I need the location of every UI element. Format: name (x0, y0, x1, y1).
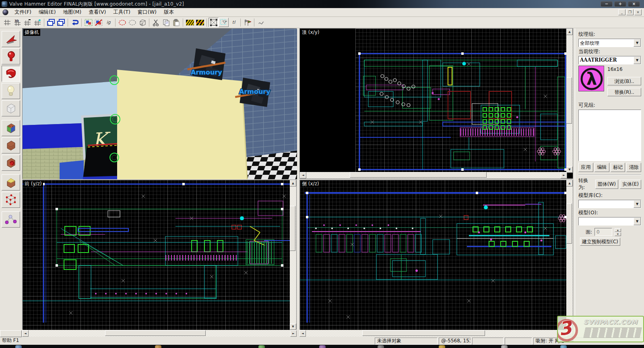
svg-text:L: L (48, 23, 50, 26)
toggle-3d-grid-button[interactable]: 3D (12, 18, 22, 27)
menu-item-map[interactable]: 地图(M) (60, 8, 85, 17)
convert-solid-button[interactable]: 固体(W) (595, 180, 618, 189)
smaller-grid-button[interactable] (22, 18, 32, 27)
spin-down-icon[interactable]: ▼ (615, 232, 621, 236)
paste-button[interactable] (171, 18, 181, 27)
block-tool[interactable] (2, 100, 20, 116)
camera-view-scene: K Armoury Armoury (23, 29, 297, 179)
toolbar-separator (81, 19, 82, 27)
ungroup-button[interactable] (93, 18, 103, 27)
menu-item-tools[interactable]: 工具(T) (109, 8, 134, 17)
menu-item-window[interactable]: 窗口(W) (134, 8, 160, 17)
vertical-scrollbar[interactable]: ▲▼ (566, 180, 573, 330)
maximize-button[interactable]: + (614, 1, 626, 7)
texture-group-label: 纹理组: (578, 31, 641, 38)
chevron-down-icon[interactable]: ▼ (634, 56, 641, 64)
close-button[interactable]: × (628, 1, 640, 7)
toolbar-separator (115, 19, 116, 27)
face-spinner[interactable]: 0 (594, 228, 612, 236)
minimize-button[interactable]: − (601, 1, 613, 7)
texture-application-tool[interactable] (2, 120, 20, 136)
hazard-stripes-icon (186, 20, 194, 25)
viewport-side[interactable]: 侧 (x/z) ▲▼ (299, 180, 573, 329)
mdi-restore-button[interactable]: ❐ (626, 9, 634, 15)
clipping-tool[interactable] (2, 174, 20, 191)
front-horizontal-scrollbar[interactable]: ◄► (22, 330, 297, 337)
select-mode-handles-button[interactable] (219, 18, 229, 27)
larger-grid-button[interactable] (32, 18, 42, 27)
select-through-button[interactable] (137, 18, 147, 27)
chevron-down-icon[interactable]: ▼ (634, 218, 641, 225)
ignore-groups-button[interactable]: ig (103, 18, 114, 27)
chevron-down-icon[interactable]: ▼ (634, 200, 641, 208)
texture-group-select[interactable]: 全部纹理 ▼ (578, 39, 641, 47)
viewport-3d[interactable]: K Armoury Armoury 摄像机 (22, 28, 297, 179)
horizontal-scrollbar[interactable]: ◄► (300, 172, 567, 178)
model-label: 模型(O): (578, 209, 641, 216)
entity-tool[interactable] (2, 83, 20, 99)
toolbar-separator (206, 19, 207, 27)
browse-button[interactable]: 浏览(B).. (607, 77, 641, 85)
viewport-front[interactable]: 前 (y/z) ▲▼ (22, 180, 297, 329)
visible-groups-listbox[interactable] (578, 110, 641, 161)
replace-button[interactable]: 替换(R).. (607, 88, 641, 96)
apply-button[interactable]: 应用 (578, 163, 593, 172)
vertical-scrollbar[interactable]: ▲▼ (566, 29, 573, 173)
edit-cordon-button[interactable] (127, 18, 137, 27)
toggle-grid-button[interactable] (2, 18, 12, 27)
vertex-tool[interactable] (2, 192, 20, 208)
copy-button[interactable] (161, 18, 171, 27)
menu-item-file[interactable]: 文件(F) (11, 8, 35, 17)
side-horizontal-scrollbar[interactable]: ◄► (299, 330, 573, 337)
current-texture-label: 当前纹理: (578, 48, 641, 55)
status-bar: 帮助 F1 未选择对象 @-5568, 1536 吸附: 开 网格: 64 (0, 338, 644, 345)
magnify-tool[interactable] (2, 48, 20, 64)
run-map-button[interactable] (242, 18, 252, 27)
status-coordinates: @-5568, 1536 (439, 338, 471, 345)
viewport-top[interactable]: 顶 (x/y) ▲▼ ◄► (299, 28, 573, 179)
group-icon (85, 19, 93, 26)
chevron-down-icon[interactable]: ▼ (634, 39, 641, 47)
spin-up-icon[interactable]: ▲ (615, 228, 621, 232)
menu-item-edit[interactable]: 编辑(E) (35, 8, 60, 17)
current-texture-select[interactable]: AAATRIGGER ▼ (578, 56, 641, 64)
vertical-scrollbar[interactable]: ▲▼ (290, 180, 296, 330)
morph-button[interactable] (256, 18, 266, 27)
carve-button[interactable] (185, 18, 195, 27)
lambda-glyph: λ (586, 69, 597, 89)
status-snap-grid: 吸附: 开 网格: 64 (533, 338, 643, 345)
create-prefab-button[interactable]: 建立预制模型(C) (580, 238, 620, 246)
mdi-close-button[interactable]: × (634, 9, 642, 15)
edit-button[interactable]: 编辑 (594, 163, 609, 172)
menu-item-version[interactable]: 版本 (160, 8, 178, 17)
convert-entity-button[interactable]: 实体(E) (620, 180, 641, 189)
convert-label: 转换为: (578, 177, 594, 191)
squiggle-icon (258, 19, 265, 26)
selection-handles-icon (220, 19, 227, 26)
apply-current-texture-tool[interactable] (2, 137, 20, 153)
mdi-minimize-button[interactable]: _ (618, 9, 625, 15)
save-window-state-button[interactable]: S (56, 18, 66, 27)
group-button[interactable] (83, 18, 93, 27)
viewport-label: 摄像机 (23, 29, 40, 36)
model-select[interactable]: ▼ (578, 217, 641, 226)
texture-lock-button[interactable]: tl (229, 18, 239, 27)
path-tool[interactable] (2, 211, 20, 228)
model-library-select[interactable]: ▼ (578, 200, 641, 208)
cut-button[interactable] (151, 18, 161, 27)
svg-text:3D: 3D (14, 19, 19, 23)
taskbar[interactable] (0, 345, 644, 348)
clear-button[interactable]: 清除 (626, 163, 641, 172)
menu-item-view[interactable]: 查看(V) (85, 8, 109, 17)
hollow-button[interactable] (195, 18, 205, 27)
select-mode-box-button[interactable] (208, 18, 219, 27)
toggle-cordon-button[interactable] (117, 18, 127, 27)
undo-icon (71, 19, 78, 26)
mark-button[interactable]: 标记 (611, 163, 625, 172)
camera-tool[interactable] (2, 66, 20, 82)
selection-box-icon (210, 19, 217, 26)
undo-button[interactable] (70, 18, 80, 27)
apply-decals-tool[interactable] (2, 155, 20, 171)
selection-tool[interactable] (2, 31, 20, 47)
load-window-state-button[interactable]: L (46, 18, 56, 27)
